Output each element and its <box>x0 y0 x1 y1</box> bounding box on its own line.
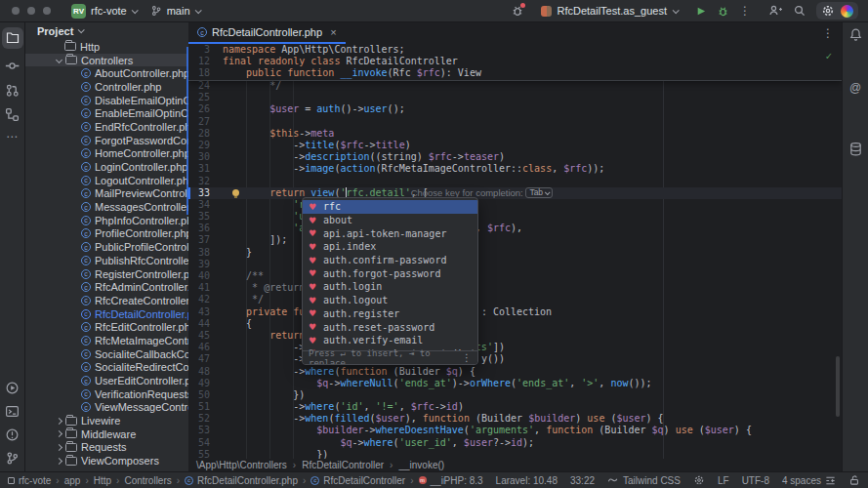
settings-gear-icon[interactable] <box>821 4 835 18</box>
line-ending-widget[interactable]: LF <box>718 475 729 486</box>
xdebug-listener-icon[interactable] <box>511 4 524 18</box>
tree-folder-item[interactable]: Middleware <box>25 427 188 441</box>
editor-options-icon[interactable]: ⋮ <box>822 28 834 38</box>
code-line[interactable]: 42 */ <box>188 294 842 305</box>
project-tool-button[interactable] <box>2 27 23 49</box>
code-line[interactable]: 44{ <box>188 318 842 330</box>
code-line[interactable]: 36'addir, $rfc), <box>188 223 842 234</box>
commit-tool-icon[interactable] <box>5 59 20 73</box>
code-line[interactable]: 50}) <box>188 389 842 401</box>
tree-folder-item[interactable]: Controllers <box>25 54 188 67</box>
inspections-ok-icon[interactable]: ✓ <box>825 50 832 62</box>
breadcrumb-item[interactable]: RfcDetailController <box>302 460 384 470</box>
run-configuration-selector[interactable]: RfcDetailTest.as_guest <box>534 3 685 19</box>
code-line[interactable]: 53$builder->whereDoesntHave('arguments',… <box>188 425 842 436</box>
code-line[interactable]: 29->title($rfc->title) <box>188 140 842 151</box>
pull-requests-tool-icon[interactable] <box>5 83 20 98</box>
completion-key-chip[interactable]: Tab <box>525 187 553 198</box>
tree-folder-item[interactable]: Http <box>25 40 188 54</box>
code-line[interactable]: 37]); <box>188 234 842 246</box>
zoom-window-icon[interactable] <box>43 7 51 15</box>
run-button[interactable] <box>694 5 707 18</box>
caret-position-widget[interactable]: 33:22 <box>570 475 595 486</box>
code-line[interactable]: 28$this->meta <box>188 128 842 140</box>
code-line[interactable]: 40/** <box>188 270 842 282</box>
code-line[interactable]: 34'rfc' <box>188 199 842 211</box>
tree-folder-item[interactable]: ViewComposers <box>25 454 188 468</box>
code-line[interactable]: 32 <box>188 176 842 187</box>
close-tab-icon[interactable]: × <box>330 26 336 38</box>
tree-file-item[interactable]: cAboutController.php <box>25 66 188 80</box>
project-panel-header[interactable]: Project <box>25 22 188 39</box>
code-line[interactable]: 41 * @return Co <box>188 282 842 294</box>
database-tool-icon[interactable] <box>848 142 863 157</box>
completion-item[interactable]: ♥auth.confirm-password <box>303 254 477 267</box>
completion-item[interactable]: ♥auth.logout <box>303 294 477 307</box>
tree-file-item[interactable]: cProfileController.php <box>25 227 188 241</box>
code-line[interactable]: 3namespace App\Http\Controllers; <box>188 44 842 56</box>
code-line[interactable]: 51->where('id', '!=', $rfc->id) <box>188 401 842 413</box>
tree-file-item[interactable]: cMailPreviewController.php <box>25 187 188 201</box>
tree-file-item[interactable]: cMessagesController.php <box>25 200 188 214</box>
tree-file-item[interactable]: cRfcEditController.php <box>25 320 188 334</box>
tree-file-item[interactable]: cUserEditController.php <box>25 374 188 387</box>
tree-file-item[interactable]: cRegisterController.php <box>25 267 188 281</box>
minimize-window-icon[interactable] <box>27 7 35 15</box>
code-line[interactable]: 18public function __invoke(Rfc $rfc): Vi… <box>188 67 842 79</box>
problems-tool-icon[interactable] <box>5 427 20 442</box>
indent-widget[interactable]: 4 spaces <box>782 475 836 486</box>
chevron-right-icon[interactable] <box>56 418 62 425</box>
close-window-icon[interactable] <box>12 7 20 15</box>
terminal-tool-icon[interactable] <box>5 404 20 419</box>
status-breadcrumb-item[interactable]: rfc-vote <box>8 475 51 486</box>
tree-file-item[interactable]: cPublishRfcController.php <box>25 254 188 267</box>
status-breadcrumb-item[interactable]: m__invoke <box>419 475 444 486</box>
tree-file-item[interactable]: cViewMessageController.php <box>25 401 188 415</box>
lock-icon[interactable] <box>848 474 860 486</box>
code-line[interactable]: 52->when(filled($user), function (Builde… <box>188 413 842 425</box>
formatter-gear-icon[interactable] <box>693 474 705 486</box>
tree-file-item[interactable]: cSocialiteCallbackController.php <box>25 347 188 361</box>
code-line[interactable]: 55}) <box>188 449 842 459</box>
completion-item[interactable]: ♥auth.verify-email <box>303 334 477 347</box>
completion-item[interactable]: ♥about <box>303 214 477 227</box>
completion-item[interactable]: ♥api.index <box>303 240 477 254</box>
tree-file-item[interactable]: cPhpInfoController.php <box>25 214 188 227</box>
status-breadcrumb-item[interactable]: Controllers <box>124 475 171 486</box>
code-line[interactable]: 26$user = auth()->user(); <box>188 103 842 115</box>
window-controls[interactable] <box>0 7 64 15</box>
code-line[interactable]: 38} <box>188 247 842 259</box>
intention-bulb-icon[interactable] <box>232 189 239 196</box>
tree-file-item[interactable]: cRfcCreateController.php <box>25 294 188 307</box>
chevron-right-icon[interactable] <box>56 444 62 451</box>
tree-file-item[interactable]: cPublicProfileController.php <box>25 240 188 254</box>
chevron-right-icon[interactable] <box>56 458 62 465</box>
tree-folder-item[interactable]: Requests <box>25 441 188 455</box>
tailwind-widget[interactable]: Tailwind CSS <box>607 475 681 486</box>
code-line[interactable]: 49$q->whereNull('ends_at')->orWhere('end… <box>188 378 842 389</box>
tree-file-item[interactable]: cRfcDetailController.php <box>25 307 188 321</box>
structure-tool-icon[interactable] <box>5 107 20 122</box>
code-line[interactable]: 45return Rf <box>188 330 842 342</box>
run-tool-icon[interactable] <box>5 381 20 395</box>
status-breadcrumb-item[interactable]: cRfcDetailController.php <box>185 475 298 486</box>
completion-item[interactable]: ♥auth.forgot-password <box>303 266 477 280</box>
completion-item[interactable]: ♥api.api-token-manager <box>303 226 477 240</box>
tree-file-item[interactable]: cVerificationRequestsAdminController.php <box>25 387 188 401</box>
tree-file-item[interactable]: cController.php <box>25 80 188 94</box>
code-line[interactable]: 48->where(function (Builder $q) { <box>188 366 842 378</box>
laravel-version-widget[interactable]: Laravel: 10.48 <box>496 475 558 486</box>
tree-file-item[interactable]: cLoginController.php <box>25 160 188 174</box>
code-line[interactable]: 25 <box>188 92 842 103</box>
tree-file-item[interactable]: cRfcMetaImageController.php <box>25 334 188 347</box>
code-line[interactable]: 46->witnts']) <box>188 342 842 353</box>
notifications-bell-icon[interactable] <box>848 27 863 42</box>
code-editor[interactable]: 24*/2526$user = auth()->user();2728$this… <box>188 44 842 459</box>
more-run-actions-icon[interactable]: ⋮ <box>739 6 751 16</box>
search-everywhere-icon[interactable] <box>793 4 806 18</box>
completion-item[interactable]: ♥rfc <box>303 200 477 214</box>
breadcrumb-item[interactable]: __invoke() <box>398 460 444 470</box>
completion-item[interactable]: ♥auth.reset-password <box>303 320 477 334</box>
breadcrumb-item[interactable]: \App\Http\Controllers <box>196 460 287 470</box>
completion-item[interactable]: ♥auth.login <box>303 280 477 294</box>
